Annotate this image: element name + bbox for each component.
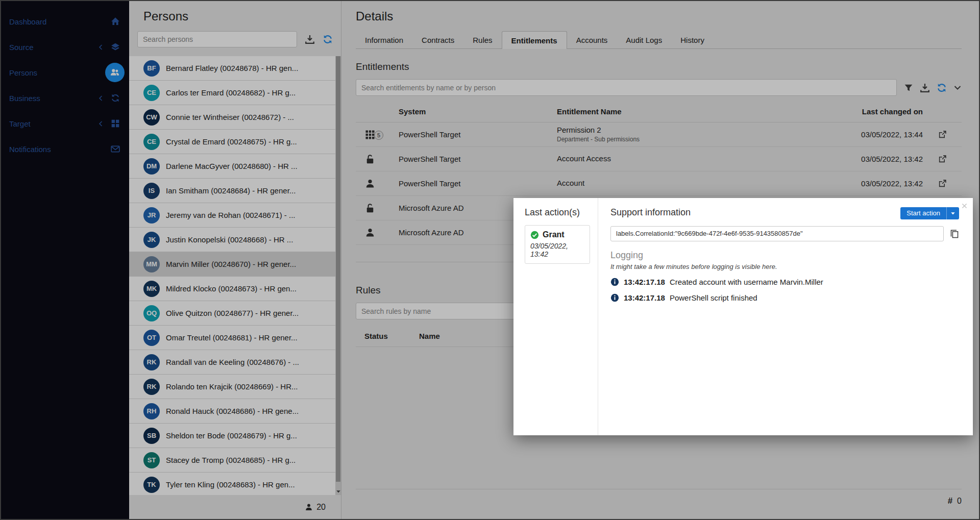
check-circle-icon xyxy=(530,231,539,239)
modal-close-button[interactable] xyxy=(961,203,968,211)
support-information-title: Support information xyxy=(610,207,691,218)
close-icon xyxy=(961,203,968,209)
info-icon xyxy=(610,278,619,286)
copy-icon xyxy=(950,229,959,238)
action-name: Grant xyxy=(543,230,565,239)
log-message: Created account with username Marvin.Mil… xyxy=(670,278,823,286)
log-time: 13:42:17.18 xyxy=(624,278,665,286)
logging-title: Logging xyxy=(610,250,959,261)
copy-button[interactable] xyxy=(950,229,959,238)
log-entry: 13:42:17.18PowerShell script finished xyxy=(610,293,959,302)
last-actions-title: Last action(s) xyxy=(525,207,598,218)
log-time: 13:42:17.18 xyxy=(624,293,665,302)
start-action-caret-button[interactable] xyxy=(946,207,959,219)
caret-down-icon xyxy=(950,211,955,216)
last-action-card: Grant 03/05/2022, 13:42 xyxy=(525,225,590,264)
start-action-split-button: Start action xyxy=(900,207,959,219)
log-list: 13:42:17.18Created account with username… xyxy=(610,278,959,302)
app-window: DashboardSourcePersonsBusinessTargetNoti… xyxy=(0,0,980,520)
start-action-button[interactable]: Start action xyxy=(900,207,946,219)
log-message: PowerShell script finished xyxy=(670,293,757,302)
logging-note: It might take a few minutes before loggi… xyxy=(610,263,959,270)
log-entry: 13:42:17.18Created account with username… xyxy=(610,278,959,286)
support-modal: Last action(s) Grant 03/05/2022, 13:42 S… xyxy=(513,198,973,435)
correlation-id-field[interactable]: labels.CorrelationId:"9c669bde-472f-4e6f… xyxy=(610,226,944,241)
info-icon xyxy=(610,293,619,302)
last-actions-panel: Last action(s) Grant 03/05/2022, 13:42 xyxy=(513,198,598,435)
support-information-panel: Support information Start action labels.… xyxy=(598,198,973,435)
action-date: 03/05/2022, 13:42 xyxy=(530,242,584,258)
correlation-row: labels.CorrelationId:"9c669bde-472f-4e6f… xyxy=(610,226,959,241)
